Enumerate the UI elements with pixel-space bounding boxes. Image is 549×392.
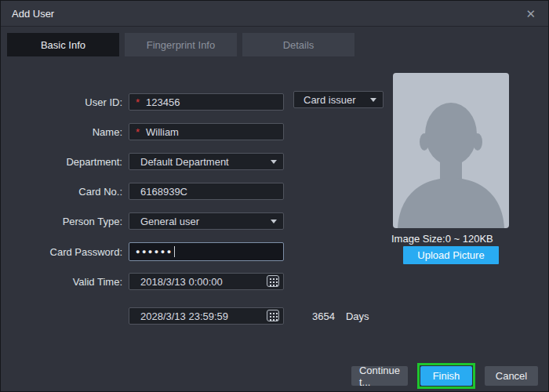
- text-cursor: [174, 246, 175, 257]
- card-no-label: Card No.:: [5, 186, 122, 198]
- card-password-input[interactable]: ●●●●●●: [129, 242, 284, 261]
- department-label: Department:: [5, 156, 122, 168]
- card-no-input[interactable]: 6168939C: [129, 183, 284, 200]
- days-value: 3654: [312, 310, 335, 322]
- card-password-row: Card Password: ●●●●●●: [5, 242, 381, 261]
- name-input[interactable]: * William: [129, 123, 284, 140]
- department-select[interactable]: Default Department: [129, 153, 284, 170]
- cancel-button[interactable]: Cancel: [485, 366, 538, 386]
- required-asterisk: *: [136, 97, 140, 107]
- valid-time-end-value: 2028/3/13 23:59:59: [134, 310, 228, 322]
- upload-picture-button[interactable]: Upload Picture: [403, 246, 499, 264]
- card-no-value: 6168939C: [134, 186, 187, 198]
- dialog-titlebar: Add User ✕: [1, 1, 548, 27]
- user-id-input[interactable]: * 123456: [129, 93, 284, 111]
- valid-time-label: Valid Time:: [5, 276, 122, 288]
- person-type-label: Person Type:: [5, 216, 122, 227]
- name-label: Name:: [5, 126, 122, 138]
- calendar-icon[interactable]: [267, 275, 279, 287]
- user-id-label: User ID:: [5, 96, 122, 108]
- finish-button[interactable]: Finish: [420, 366, 472, 386]
- avatar: [393, 73, 509, 228]
- image-size-hint: Image Size:0 ~ 120KB: [391, 233, 493, 245]
- card-issuer-select[interactable]: Card issuer: [293, 91, 384, 108]
- chevron-down-icon: [370, 98, 376, 102]
- valid-time-start-row: Valid Time: 2018/3/13 0:00:00: [5, 273, 381, 290]
- dialog-title: Add User: [12, 8, 54, 20]
- tab-fingerprint-info[interactable]: Fingerprint Info: [125, 33, 237, 56]
- tab-details[interactable]: Details: [242, 33, 354, 56]
- card-password-label: Card Password:: [5, 246, 122, 258]
- days-unit: Days: [346, 310, 369, 322]
- valid-time-start-input[interactable]: 2018/3/13 0:00:00: [129, 273, 284, 290]
- department-value: Default Department: [134, 156, 229, 168]
- required-asterisk: *: [136, 127, 140, 137]
- card-no-row: Card No.: 6168939C: [5, 183, 381, 200]
- dialog-footer: Continue t... Finish Cancel: [351, 363, 538, 389]
- person-silhouette-icon: [393, 73, 509, 228]
- continue-button[interactable]: Continue t...: [351, 366, 408, 386]
- card-issuer-value: Card issuer: [299, 94, 355, 106]
- tab-basic-info[interactable]: Basic Info: [7, 33, 119, 56]
- user-id-value: 123456: [146, 96, 180, 108]
- department-row: Department: Default Department: [5, 153, 381, 170]
- name-row: Name: * William: [5, 123, 381, 140]
- person-type-select[interactable]: General user: [129, 212, 284, 230]
- name-value: William: [146, 126, 179, 138]
- valid-time-start-value: 2018/3/13 0:00:00: [134, 276, 223, 288]
- card-issuer-wrap: Card issuer: [293, 91, 384, 108]
- calendar-icon[interactable]: [267, 310, 279, 321]
- chevron-down-icon: [271, 160, 277, 164]
- card-password-value: ●●●●●●: [134, 248, 173, 256]
- basic-info-form: User ID: * 123456 Name: * William Depart…: [5, 93, 381, 337]
- person-type-value: General user: [134, 216, 199, 227]
- valid-time-end-row: 2028/3/13 23:59:59 3654 Days: [5, 307, 381, 325]
- person-type-row: Person Type: General user: [5, 212, 381, 230]
- add-user-dialog: Add User ✕ Basic Info Fingerprint Info D…: [0, 0, 549, 392]
- tab-bar: Basic Info Fingerprint Info Details: [7, 33, 548, 56]
- close-icon[interactable]: ✕: [525, 8, 536, 20]
- finish-button-highlight: Finish: [417, 363, 475, 389]
- valid-time-end-input[interactable]: 2028/3/13 23:59:59: [129, 307, 284, 325]
- days-readout: 3654 Days: [312, 310, 369, 322]
- chevron-down-icon: [271, 220, 277, 223]
